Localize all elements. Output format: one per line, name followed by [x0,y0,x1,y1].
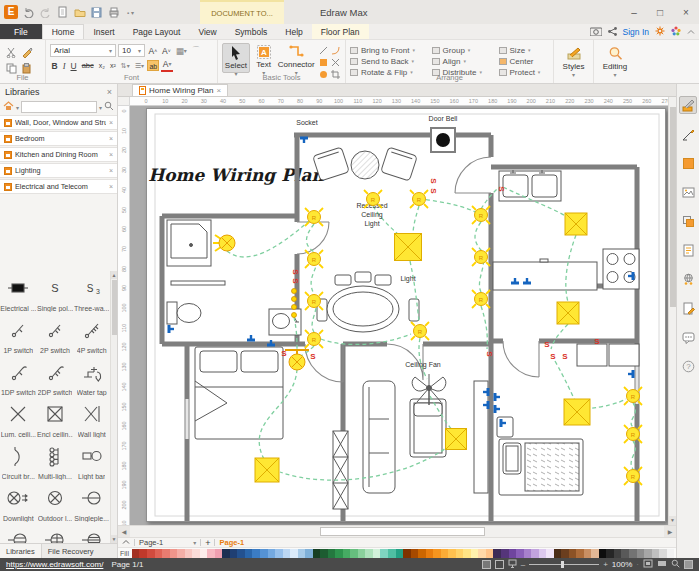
symbol-circ[interactable]: Circuit br... [0,439,37,481]
symbol-elec[interactable]: Electrical ... [0,271,37,313]
fill-swatch[interactable] [230,549,238,558]
library-item-bedroom[interactable]: Bedroom× [0,131,117,146]
symbol-single[interactable]: Singleple... [73,481,110,523]
library-item-kitchen-dining[interactable]: Kitchen and Dining Room× [0,147,117,162]
switch-symbol[interactable]: S [562,352,568,361]
fill-swatch[interactable] [268,549,276,558]
furniture[interactable] [167,147,639,509]
align-button[interactable]: Align [432,56,491,66]
shrink-font-icon[interactable]: A˅ [161,44,173,57]
fill-swatch[interactable] [222,549,230,558]
scroll-down-icon[interactable]: ▼ [669,516,676,525]
grow-font-icon[interactable]: A˄ [147,44,159,57]
italic-button[interactable]: I [61,59,67,72]
zoom-in-icon[interactable]: + [603,560,608,569]
recessed-light-symbol[interactable]: R [411,322,429,340]
fill-swatch[interactable] [478,549,486,558]
fill-swatch[interactable] [298,549,306,558]
fill-swatch[interactable] [373,549,381,558]
fill-swatch[interactable] [531,549,539,558]
wall-lamp-bathroom[interactable] [213,235,235,251]
fill-swatch[interactable] [305,549,313,558]
scroll-up-icon[interactable]: ▲ [111,271,117,279]
door-bell-label[interactable]: Door Bell [429,115,458,122]
editing-button[interactable]: Editing▾ [598,43,632,78]
switch-symbol[interactable]: S [310,352,316,361]
symbol-s[interactable]: SSingle pol... [37,271,74,313]
new-document-icon[interactable] [56,6,69,19]
switch-symbol[interactable]: S [281,349,287,358]
zoom-lens-icon[interactable] [671,559,680,570]
menu-help[interactable]: Help [276,24,311,39]
fill-swatch[interactable] [207,549,215,558]
fill-swatch[interactable] [629,549,637,558]
fill-swatch[interactable] [433,549,441,558]
ceiling-light-symbol[interactable] [565,213,587,235]
fill-swatch[interactable] [463,549,471,558]
fill-swatch[interactable] [659,549,667,558]
fill-swatch[interactable] [501,549,509,558]
menu-floor-plan[interactable]: Floor Plan [312,24,369,39]
fill-swatch[interactable] [546,549,554,558]
scrollbar-thumb[interactable] [112,280,117,335]
symbol-sw4[interactable]: 4P switch [73,313,110,355]
fill-swatch[interactable] [441,549,449,558]
fill-swatch[interactable] [283,549,291,558]
menu-page-layout[interactable]: Page Layout [124,24,190,39]
more-commands-icon[interactable]: ▪ ▾ [124,6,137,19]
symbol-sw2d[interactable]: 2DP switch [37,355,74,397]
drawing-page[interactable]: Home Wiring Plan [146,108,666,522]
fill-swatch[interactable] [155,549,163,558]
recessed-label-3[interactable]: Light [364,220,379,228]
send-to-back-button[interactable]: Send to Back [350,56,424,66]
ceiling-fan-label[interactable]: Ceiling Fan [405,361,441,369]
zoom-level[interactable]: 100% [612,560,632,569]
library-home-icon[interactable] [3,101,14,113]
presentation-view-icon[interactable] [508,559,517,570]
recessed-light-symbol[interactable]: R [472,206,490,224]
fill-swatch[interactable] [365,549,373,558]
search-caret-icon[interactable]: ▾ [99,104,102,111]
recessed-light-symbol[interactable]: R [472,248,490,266]
fill-swatch[interactable] [380,549,388,558]
redo-icon[interactable] [39,6,52,19]
libraries-close-icon[interactable]: × [107,87,112,97]
socket-symbol[interactable] [494,393,501,401]
size-button[interactable]: Size [499,45,549,55]
symbol-multi[interactable]: Multi-ligh... [37,439,74,481]
library-item-lighting[interactable]: Lighting× [0,163,117,178]
strikethrough-button[interactable]: abc [80,59,95,72]
symbol-s3[interactable]: S3Three-wa... [73,271,110,313]
menu-home[interactable]: Home [42,24,85,39]
fill-swatch[interactable] [621,549,629,558]
page-menu[interactable]: Page-1 [139,538,163,547]
add-page-button[interactable]: + [205,538,210,548]
page-view-icon[interactable] [495,560,504,569]
shapes-panel-icon[interactable] [679,212,697,230]
library-close-icon[interactable]: × [109,151,113,158]
fill-swatch[interactable] [403,549,411,558]
recessed-light-symbol[interactable]: R [305,208,323,226]
fill-swatch[interactable] [170,549,178,558]
fill-swatch[interactable] [426,549,434,558]
font-size-select[interactable]: 10▾ [118,44,145,57]
fill-swatch[interactable] [637,549,645,558]
select-tool-button[interactable]: Select▾ [222,43,250,73]
arc-text-icon[interactable]: ⌒ [190,44,202,57]
fill-swatch[interactable] [358,549,366,558]
page-tab-active[interactable]: Page-1 [219,538,244,547]
fill-swatch[interactable] [185,549,193,558]
library-close-icon[interactable]: × [109,167,113,174]
cross-tool-icon[interactable] [330,57,341,68]
drawing-viewport[interactable]: Home Wiring Plan [130,106,668,525]
text-style-icon[interactable]: ▦▾ [174,44,188,57]
text-tool-button[interactable]: A Text▾ [250,43,278,73]
rectangle-tool-icon[interactable] [318,57,329,68]
superscript-button[interactable]: x² [108,59,117,72]
format-painter-icon[interactable] [20,45,34,59]
undo-icon[interactable] [22,6,35,19]
fill-swatch[interactable] [644,549,652,558]
page-menu-caret-icon[interactable]: ▾ [193,539,196,546]
switch-symbol[interactable]: S [485,351,494,357]
ceiling-light-symbol[interactable] [564,399,590,425]
